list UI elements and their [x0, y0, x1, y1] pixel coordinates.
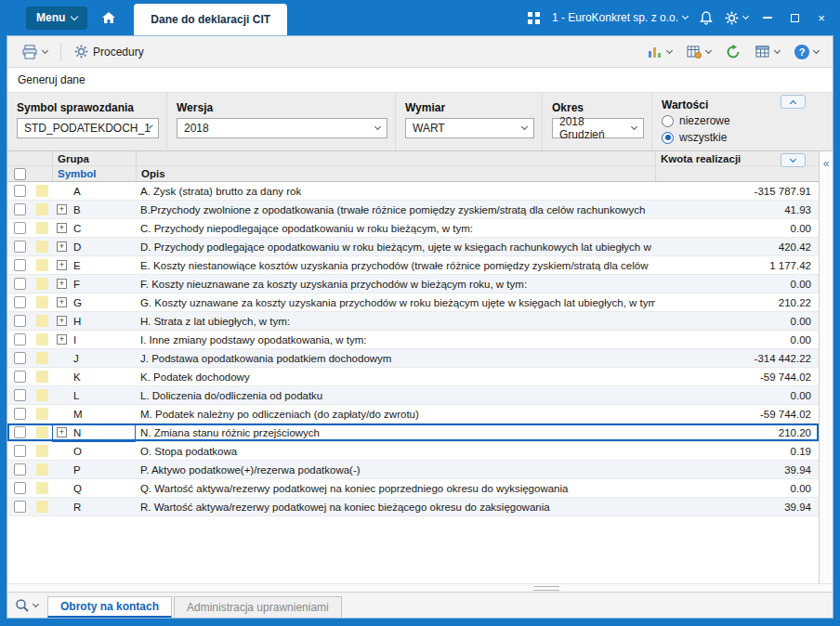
row-color-indicator	[36, 203, 48, 215]
row-checkbox[interactable]	[14, 352, 26, 364]
row-color-indicator	[36, 296, 48, 308]
refresh-button[interactable]	[721, 41, 745, 63]
row-symbol-cell: R	[52, 502, 136, 513]
gear-icon	[725, 11, 739, 25]
generate-data-button[interactable]: Generuj dane	[18, 73, 85, 86]
row-checkbox[interactable]	[14, 482, 26, 494]
table-row[interactable]: LL. Doliczenia do/odliczenia od podatku0…	[7, 386, 819, 405]
row-symbol: K	[73, 372, 81, 383]
row-checkbox[interactable]	[14, 241, 26, 253]
row-symbol-cell: A	[52, 186, 136, 197]
row-checkbox[interactable]	[14, 389, 26, 401]
expand-icon[interactable]: +	[57, 297, 67, 307]
row-checkbox[interactable]	[14, 185, 26, 197]
expand-icon[interactable]: +	[57, 204, 67, 215]
radio-wszystkie[interactable]: wszystkie	[662, 129, 825, 146]
expand-icon[interactable]: +	[57, 260, 67, 270]
row-checkbox[interactable]	[14, 445, 26, 457]
table-row[interactable]: +CC. Przychody niepodlegające opodatkowa…	[7, 219, 819, 238]
okres-select[interactable]: 2018 Grudzień	[552, 118, 644, 138]
table-row[interactable]: +HH. Strata z lat ubiegłych, w tym:0.00	[7, 312, 819, 331]
notifications-bell-button[interactable]	[700, 11, 713, 25]
column-header-opis[interactable]: Opis	[136, 166, 655, 181]
row-checkbox[interactable]	[14, 203, 26, 215]
scroll-down-button[interactable]	[781, 153, 806, 167]
row-checkbox[interactable]	[14, 333, 26, 346]
menu-button[interactable]: Menu	[26, 7, 87, 30]
table-row[interactable]: PP. Aktywo podatkowe(+)/rezerwa podatkow…	[7, 461, 819, 479]
minimize-button[interactable]	[760, 10, 775, 25]
table-view-button[interactable]	[751, 42, 784, 61]
grid-settings-button[interactable]	[682, 42, 715, 62]
table-row[interactable]: +EE. Koszty niestanowiące kosztów uzyska…	[7, 256, 819, 275]
table-row[interactable]: +FF. Koszty nieuznawane za koszty uzyska…	[7, 275, 819, 293]
row-amount: -59 744.02	[655, 409, 819, 420]
expand-icon[interactable]: +	[57, 223, 67, 233]
radio-niezerowe[interactable]: niezerowe	[662, 112, 825, 129]
close-button[interactable]: ×	[814, 10, 829, 25]
company-selector[interactable]: 1 - EuroKonkret sp. z o.o.	[552, 11, 688, 24]
chevron-down-icon	[42, 46, 48, 53]
row-checkbox-cell	[7, 408, 32, 420]
select-all-checkbox[interactable]	[14, 168, 26, 180]
expand-icon[interactable]: +	[57, 241, 67, 252]
table-row[interactable]: AA. Zysk (strata) brutto za dany rok-315…	[7, 182, 819, 201]
expand-icon[interactable]: +	[57, 427, 67, 437]
home-button[interactable]	[95, 7, 123, 30]
wymiar-select[interactable]: WART	[405, 118, 534, 138]
table-row[interactable]: +NN. Zmiana stanu różnic przejściowych21…	[7, 424, 819, 442]
horizontal-splitter[interactable]	[7, 583, 833, 592]
chevron-down-icon	[742, 13, 749, 20]
row-checkbox-cell	[7, 241, 32, 253]
help-button[interactable]: ?	[790, 41, 823, 63]
table-row[interactable]: RR. Wartość aktywa/rezerwy podatkowej na…	[7, 498, 819, 516]
minimize-icon	[763, 17, 772, 19]
tab-dane-do-deklaracji-cit[interactable]: Dane do deklaracji CIT	[134, 4, 287, 35]
bottom-tab-obroty-na-kontach[interactable]: Obroty na kontach	[47, 596, 172, 618]
bottom-tab-administracja-uprawnieniami[interactable]: Administracja uprawnieniami	[174, 596, 342, 618]
table-row[interactable]: MM. Podatek należny po odliczeniach (do …	[7, 405, 819, 424]
row-checkbox[interactable]	[14, 278, 26, 290]
row-checkbox[interactable]	[14, 371, 26, 383]
row-checkbox[interactable]	[14, 463, 26, 476]
collapse-panel-button[interactable]: «	[819, 151, 833, 583]
table-row[interactable]: +GG. Koszty uznawane za koszty uzyskania…	[7, 293, 819, 312]
row-checkbox[interactable]	[14, 296, 26, 308]
row-amount: 0.19	[655, 446, 819, 457]
zoom-tool-button[interactable]	[13, 598, 46, 618]
row-color-cell	[32, 463, 52, 476]
row-checkbox[interactable]	[14, 501, 26, 513]
row-description: P. Aktywo podatkowe(+)/rezerwa podatkowa…	[136, 464, 655, 476]
row-symbol: O	[73, 446, 82, 457]
scroll-up-button[interactable]	[781, 95, 806, 109]
row-checkbox[interactable]	[14, 222, 26, 234]
chart-view-button[interactable]	[643, 42, 676, 62]
row-checkbox[interactable]	[14, 315, 26, 327]
column-header-grupa[interactable]: Grupa	[52, 151, 136, 166]
column-header-symbol[interactable]: Symbol	[52, 166, 136, 181]
wersja-select[interactable]: 2018	[177, 118, 387, 138]
apps-grid-icon[interactable]	[528, 12, 540, 24]
expand-icon[interactable]: +	[57, 334, 67, 345]
table-row[interactable]: +DD. Przychody podlegające opodatkowaniu…	[7, 238, 819, 256]
table-row[interactable]: KK. Podatek dochodowy-59 744.02	[7, 368, 819, 386]
table-row[interactable]: OO. Stopa podatkowa0.19	[7, 442, 819, 461]
row-checkbox[interactable]	[14, 426, 26, 438]
row-description: E. Koszty niestanowiące kosztów uzyskani…	[136, 260, 655, 271]
symbol-sprawozdania-select[interactable]: STD_PODATEKDOCH_1	[17, 118, 159, 138]
maximize-button[interactable]	[787, 10, 802, 25]
table-row[interactable]: +II. Inne zmiany podstawy opodatkowania,…	[7, 331, 819, 349]
procedures-button[interactable]: Procedury	[70, 41, 149, 62]
row-checkbox[interactable]	[14, 259, 26, 271]
table-row[interactable]: JJ. Podstawa opodatkowania podatkiem doc…	[7, 349, 819, 368]
expand-icon[interactable]: +	[57, 316, 67, 326]
row-checkbox[interactable]	[14, 408, 26, 420]
expand-icon[interactable]: +	[57, 279, 67, 289]
settings-gear-button[interactable]	[725, 11, 748, 25]
refresh-icon	[726, 45, 741, 59]
row-description: G. Koszty uznawane za koszty uzyskania p…	[136, 297, 655, 308]
table-row[interactable]: QQ. Wartość aktywa/rezerwy podatkowej na…	[7, 479, 819, 498]
help-icon: ?	[794, 45, 809, 59]
print-button[interactable]	[17, 41, 52, 63]
table-row[interactable]: +BB.Przychody zwolnione z opodatkowania …	[7, 201, 819, 219]
